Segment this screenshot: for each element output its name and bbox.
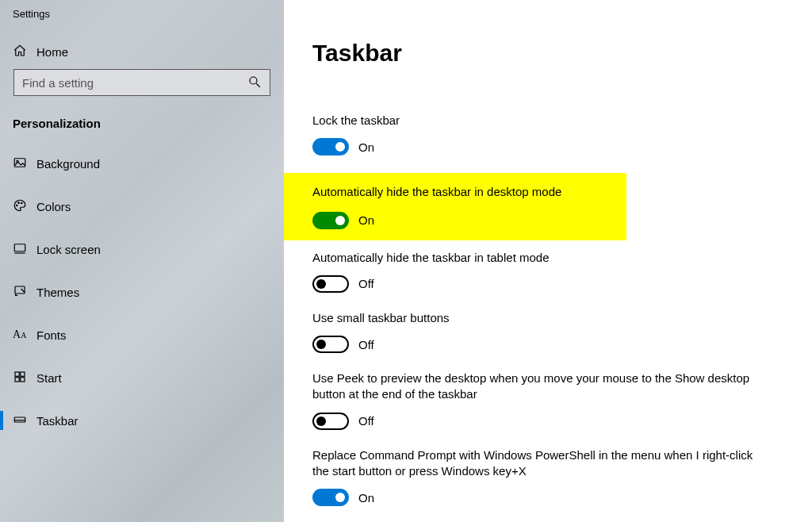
- svg-rect-11: [21, 372, 25, 376]
- setting-powershell: Replace Command Prompt with Windows Powe…: [312, 447, 783, 507]
- lock-screen-icon: [13, 241, 36, 258]
- page-title: Taskbar: [312, 40, 783, 67]
- setting-label: Replace Command Prompt with Windows Powe…: [312, 447, 756, 480]
- toggle-small-buttons[interactable]: [312, 336, 349, 353]
- sidebar-item-label: Colors: [36, 200, 71, 213]
- toggle-state: Off: [358, 277, 374, 290]
- svg-point-4: [17, 205, 18, 206]
- setting-label: Automatically hide the taskbar in deskto…: [312, 184, 626, 200]
- sidebar-item-background[interactable]: Background: [0, 146, 284, 181]
- image-icon: [13, 155, 36, 172]
- svg-rect-9: [15, 286, 25, 294]
- palette-icon: [13, 198, 36, 215]
- sidebar-item-label: Fonts: [36, 328, 67, 342]
- sidebar-item-colors[interactable]: Colors: [0, 189, 284, 224]
- svg-rect-10: [15, 372, 19, 376]
- taskbar-icon: [13, 413, 36, 429]
- main-content: Taskbar Lock the taskbar On Automaticall…: [284, 0, 812, 522]
- toggle-state: On: [358, 140, 374, 154]
- svg-rect-12: [15, 377, 19, 381]
- toggle-state: On: [358, 491, 374, 505]
- setting-lock-taskbar: Lock the taskbar On: [312, 113, 783, 155]
- setting-small-buttons: Use small taskbar buttons Off: [312, 310, 783, 353]
- svg-point-5: [18, 202, 20, 203]
- setting-label: Lock the taskbar: [312, 113, 756, 129]
- sidebar-item-themes[interactable]: Themes: [0, 274, 284, 309]
- sidebar-item-lock-screen[interactable]: Lock screen: [0, 232, 284, 267]
- sidebar-item-start[interactable]: Start: [0, 360, 284, 395]
- sidebar-item-label: Start: [36, 371, 62, 385]
- toggle-state: Off: [358, 338, 374, 351]
- setting-label: Automatically hide the taskbar in tablet…: [312, 250, 756, 266]
- search-box[interactable]: [13, 69, 270, 96]
- svg-point-6: [21, 202, 23, 204]
- toggle-state: Off: [358, 414, 374, 428]
- setting-label: Use Peek to preview the desktop when you…: [312, 370, 756, 403]
- themes-icon: [13, 284, 36, 301]
- setting-auto-hide-tablet: Automatically hide the taskbar in tablet…: [312, 250, 783, 293]
- sidebar-item-label: Themes: [36, 286, 79, 299]
- setting-peek-preview: Use Peek to preview the desktop when you…: [312, 370, 783, 430]
- nav-home-label: Home: [36, 45, 68, 59]
- highlighted-setting: Automatically hide the taskbar in deskto…: [284, 173, 626, 240]
- sidebar-nav: Background Colors Lock screen Themes AA: [0, 146, 284, 438]
- toggle-powershell[interactable]: [312, 489, 349, 506]
- sidebar-item-label: Taskbar: [36, 414, 79, 428]
- svg-rect-14: [14, 417, 25, 422]
- toggle-auto-hide-desktop[interactable]: [312, 212, 349, 229]
- svg-point-0: [250, 77, 257, 84]
- sidebar: Settings Home Personalization Background: [0, 0, 284, 522]
- toggle-auto-hide-tablet[interactable]: [312, 275, 349, 293]
- app-title: Settings: [0, 8, 284, 34]
- search-container: [0, 69, 284, 110]
- svg-rect-13: [21, 377, 25, 381]
- section-title: Personalization: [0, 110, 284, 146]
- sidebar-item-fonts[interactable]: AA Fonts: [0, 317, 284, 352]
- fonts-icon: AA: [13, 329, 36, 340]
- setting-label: Use small taskbar buttons: [312, 310, 756, 326]
- start-icon: [13, 370, 36, 386]
- nav-home[interactable]: Home: [0, 34, 284, 69]
- search-input[interactable]: [22, 76, 247, 90]
- sidebar-item-label: Lock screen: [36, 243, 101, 256]
- toggle-peek-preview[interactable]: [312, 413, 349, 430]
- toggle-lock-taskbar[interactable]: [312, 138, 349, 155]
- svg-rect-7: [14, 244, 25, 251]
- svg-rect-2: [14, 158, 25, 167]
- toggle-state: On: [358, 213, 374, 227]
- search-icon: [247, 75, 262, 91]
- home-icon: [13, 44, 36, 60]
- sidebar-item-taskbar[interactable]: Taskbar: [0, 403, 284, 438]
- setting-auto-hide-desktop: Automatically hide the taskbar in deskto…: [312, 184, 626, 228]
- sidebar-item-label: Background: [36, 157, 100, 171]
- svg-line-1: [256, 83, 260, 87]
